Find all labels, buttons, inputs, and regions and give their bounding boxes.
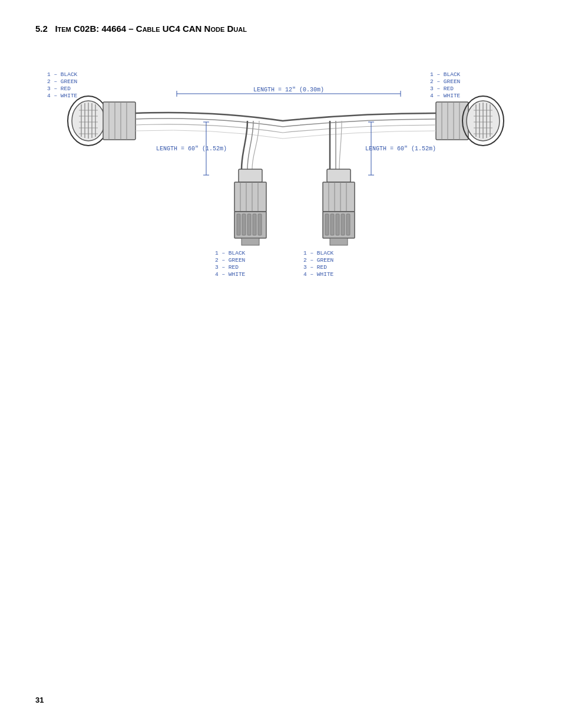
svg-text:3 – RED: 3 – RED (215, 264, 239, 271)
svg-rect-34 (239, 169, 262, 182)
svg-rect-48 (323, 182, 355, 212)
diagram-area: LENGTH = 12" (0.30m) LENGTH = 60" (1.52m… (35, 51, 542, 299)
section-number: 5.2 (35, 24, 48, 34)
svg-rect-58 (346, 214, 350, 235)
svg-rect-44 (253, 214, 256, 235)
svg-text:2 – GREEN: 2 – GREEN (47, 78, 77, 85)
page-container: 5.2 Item C02B: 44664 – Cable UC4 CAN Nod… (0, 0, 562, 728)
svg-text:4 – WHITE: 4 – WHITE (430, 93, 461, 99)
svg-rect-47 (327, 169, 351, 182)
svg-rect-54 (325, 214, 329, 235)
svg-text:1 – BLACK: 1 – BLACK (303, 250, 334, 256)
page-number: 31 (35, 696, 44, 704)
svg-text:1 – BLACK: 1 – BLACK (215, 250, 246, 256)
svg-text:2 – GREEN: 2 – GREEN (430, 78, 460, 85)
svg-text:LENGTH = 60" (1.52m): LENGTH = 60" (1.52m) (156, 146, 227, 152)
svg-text:4 – WHITE: 4 – WHITE (47, 93, 78, 99)
section-heading: 5.2 Item C02B: 44664 – Cable UC4 CAN Nod… (35, 24, 527, 34)
svg-rect-56 (336, 214, 339, 235)
svg-text:3 – RED: 3 – RED (430, 85, 454, 92)
svg-text:1 – BLACK: 1 – BLACK (47, 71, 78, 78)
svg-rect-43 (247, 214, 251, 235)
svg-rect-46 (242, 238, 259, 245)
svg-text:2 – GREEN: 2 – GREEN (303, 257, 333, 263)
svg-text:1 – BLACK: 1 – BLACK (430, 71, 461, 78)
svg-text:4 – WHITE: 4 – WHITE (215, 271, 246, 278)
cable-diagram-svg: LENGTH = 12" (0.30m) LENGTH = 60" (1.52m… (35, 51, 542, 299)
svg-rect-55 (330, 214, 334, 235)
section-title: Item C02B: 44664 – Cable UC4 CAN Node Du… (55, 24, 247, 34)
svg-rect-42 (242, 214, 246, 235)
svg-rect-17 (436, 102, 468, 140)
svg-text:LENGTH = 12" (0.30m): LENGTH = 12" (0.30m) (253, 87, 324, 93)
svg-rect-12 (103, 102, 135, 140)
svg-text:LENGTH = 60" (1.52m): LENGTH = 60" (1.52m) (365, 146, 436, 152)
svg-text:2 – GREEN: 2 – GREEN (215, 257, 245, 263)
svg-rect-45 (258, 214, 262, 235)
svg-text:3 – RED: 3 – RED (47, 85, 71, 92)
svg-rect-35 (234, 182, 266, 212)
svg-text:3 – RED: 3 – RED (303, 264, 327, 271)
svg-rect-57 (341, 214, 345, 235)
svg-text:4 – WHITE: 4 – WHITE (303, 271, 334, 278)
svg-rect-59 (330, 238, 348, 245)
svg-rect-41 (237, 214, 240, 235)
